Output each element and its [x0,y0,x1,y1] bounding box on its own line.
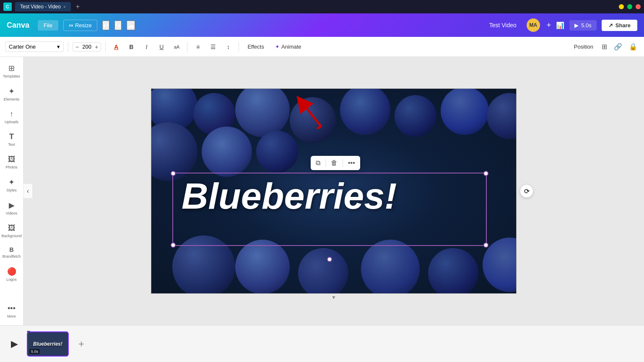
play-button[interactable]: ▶ [7,336,22,352]
bold-icon: B [129,44,133,50]
grid-button[interactable]: ⊞ [600,41,609,52]
sidebar-item-logos[interactable]: 🔴 Logos [1,264,22,285]
share-button[interactable]: ↗ Share [602,20,637,31]
share-icon: ↗ [608,22,613,28]
brandfetch-icon: B [9,246,13,253]
videos-label: Videos [6,211,17,215]
sidebar-item-more[interactable]: ••• More [1,301,22,322]
delete-element-button[interactable]: 🗑 [329,158,339,168]
rotate-handle[interactable] [327,257,332,262]
text-element[interactable]: Blueberries! [172,173,487,246]
sidebar-item-background[interactable]: 🖼 Background [1,220,22,241]
font-size-value: 200 [80,44,93,50]
underline-icon: U [159,44,164,50]
titlebar: C Test Video - Video × + [0,0,644,13]
active-tab[interactable]: Test Video - Video × [15,2,71,11]
redo-button[interactable]: ↪ [114,21,122,30]
sidebar-item-uploads[interactable]: ↑ Uploads [1,106,22,127]
italic-button[interactable]: I [140,41,153,53]
sidebar-item-styles[interactable]: ✦ Styles [1,174,22,196]
handle-top-right[interactable] [483,171,488,176]
play-icon: ▶ [574,22,579,28]
blueberry-13 [235,240,290,294]
app-icon: C [3,3,12,11]
sidebar-item-videos[interactable]: ▶ Videos [1,197,22,219]
handle-bottom-right[interactable] [483,243,488,248]
share-label: Share [615,22,631,28]
templates-label: Templates [3,74,20,78]
font-color-icon: A [114,44,118,50]
link-button[interactable]: 🔗 [612,41,624,52]
refresh-button[interactable]: ⟳ [520,184,533,198]
more-options-button[interactable]: ••• [346,158,357,168]
sidebar-item-photos[interactable]: 🖼 Photos [1,152,22,173]
effects-button[interactable]: Effects [243,42,268,52]
background-icon: 🖼 [8,224,16,233]
sidebar-item-brandfetch[interactable]: B Brandfetch [1,243,22,262]
sidebar-item-text[interactable]: T Text [1,129,22,150]
text-display: Blueberries! [173,173,486,219]
photos-label: Photos [5,165,17,169]
animate-label: Animate [281,44,301,50]
handle-bottom-left[interactable] [171,243,176,248]
styles-label: Styles [6,188,17,192]
add-collaborator-button[interactable]: + [547,21,551,30]
timeline-clip[interactable]: Blueberries! 5.0s [27,331,69,357]
timeline-track: ▾ Blueberries! 5.0s [27,331,69,357]
topbar: Canva File ⇔ Resize ↩ ↪ ☁ Test Video MA … [0,13,644,37]
minimize-button[interactable] [619,4,624,9]
case-button[interactable]: aA [170,41,183,53]
add-clip-button[interactable]: + [74,336,89,352]
collapse-arrow[interactable]: ▼ [331,295,336,300]
spacing-button[interactable]: ↕ [222,41,234,53]
animate-icon: ✦ [275,44,280,50]
blueberry-14 [298,248,348,294]
list-button[interactable]: ☰ [207,41,219,53]
lock-button[interactable]: 🔒 [627,41,639,52]
elements-icon: ✦ [8,87,15,96]
toolbar-right-icons: ⊞ 🔗 🔒 [600,41,639,52]
sidebar-item-elements[interactable]: ✦ Elements [1,83,22,105]
align-button[interactable]: ≡ [192,41,204,53]
toolbar-separator [68,42,68,52]
copy-element-button[interactable]: ⧉ [314,158,322,168]
decrease-font-size-button[interactable]: − [75,44,79,50]
scroll-left-button[interactable]: ‹ [23,184,32,198]
design-canvas[interactable]: Blueberries! ⧉ 🗑 ••• [151,88,517,294]
position-button[interactable]: Position [570,42,597,52]
tab-close-icon[interactable]: × [63,5,66,9]
logos-icon: 🔴 [7,267,16,276]
font-selector[interactable]: Carter One ▾ [5,41,64,52]
increase-font-size-button[interactable]: + [95,44,98,50]
underline-button[interactable]: U [155,41,168,53]
font-color-button[interactable]: A [110,41,122,53]
main-area: ⊞ Templates ✦ Elements ↑ Uploads T Text … [0,57,644,325]
uploads-icon: ↑ [10,110,13,119]
toolbar-separator-2 [105,42,106,52]
background-label: Background [1,234,21,238]
resize-button[interactable]: ⇔ Resize [63,20,97,31]
font-name: Carter One [9,44,36,50]
bold-button[interactable]: B [125,41,138,53]
play-time-button[interactable]: ▶ 5.0s [569,20,597,31]
uploads-label: Uploads [5,120,18,124]
chevron-down-icon: ▾ [57,44,60,50]
more-label: More [7,314,16,318]
spacing-icon: ↕ [227,44,230,50]
text-toolbar: Carter One ▾ − 200 + A B I U aA ≡ ☰ ↕ Ef… [0,37,644,57]
blueberry-7 [441,88,489,135]
undo-button[interactable]: ↩ [102,21,109,30]
cloud-save-button[interactable]: ☁ [127,21,135,30]
maximize-button[interactable] [627,4,632,9]
file-button[interactable]: File [38,20,58,31]
sidebar: ⊞ Templates ✦ Elements ↑ Uploads T Text … [0,57,23,325]
analytics-button[interactable]: 📊 [556,21,564,29]
close-button[interactable] [636,4,641,9]
handle-top-left[interactable] [171,171,176,176]
add-tab-button[interactable]: + [76,3,80,10]
avatar[interactable]: MA [527,18,540,32]
canvas-wrapper: Blueberries! ⧉ 🗑 ••• [151,88,517,294]
blueberry-6 [395,95,436,137]
sidebar-item-templates[interactable]: ⊞ Templates [1,60,22,82]
animate-button[interactable]: ✦ Animate [271,42,306,52]
